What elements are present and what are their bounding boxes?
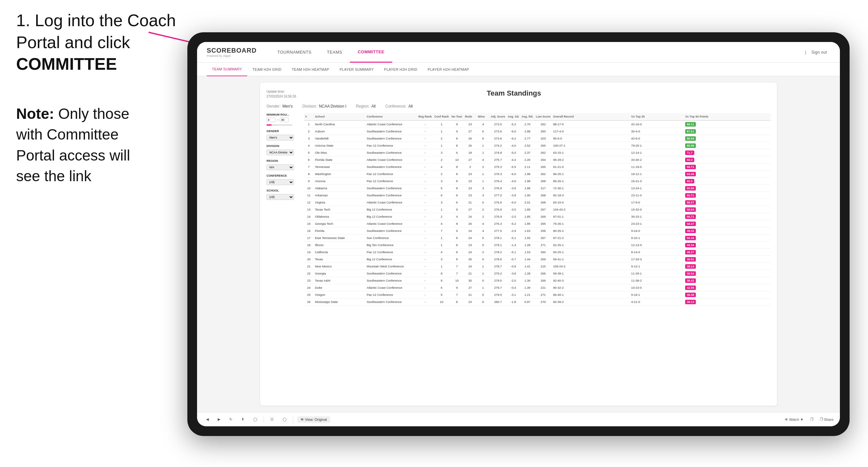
view-original-button[interactable]: 👁 View: Original [297, 416, 330, 423]
instruction-area: 1. Log into the Coach Portal and click C… [16, 10, 204, 82]
toolbar-back[interactable]: ◀ [204, 416, 211, 423]
table-row[interactable]: 13 Texas Tech Big 12 Conference - 1 9 27… [304, 206, 770, 213]
table-row[interactable]: 1 North Carolina Atlantic Coast Conferen… [304, 121, 770, 128]
nav-item-teams[interactable]: TEAMS [319, 42, 350, 63]
share-button[interactable]: ❐ Share [820, 417, 833, 422]
conference-select[interactable]: (All) [267, 179, 294, 185]
table-row[interactable]: 9 Arizona Pac-12 Conference - 3 8 23 1 2… [304, 178, 770, 185]
col-vs-top25: Vs Top 25 [630, 113, 684, 121]
table-row[interactable]: 17 East Tennessee State Sun Conference -… [304, 235, 770, 242]
school-select[interactable]: (All) [267, 194, 294, 200]
table-row[interactable]: 6 Florida State Atlantic Coast Conferenc… [304, 156, 770, 163]
table-row[interactable]: 18 Illinois Big Ten Conference - 1 8 23 … [304, 242, 770, 249]
cell-low-score: 268 [535, 192, 552, 199]
bottom-toolbar: ◀ ▶ ↻ ⬆ ◯ ☷ ◯ 👁 View: Original 👁 Watch ▼… [197, 412, 840, 426]
table-row[interactable]: 21 New Mexico Mountain West Conference -… [304, 263, 770, 270]
table-row[interactable]: 26 Mississippi State Southeastern Confer… [304, 299, 770, 306]
step-number: 1. [16, 11, 30, 30]
points-badge: 38.14 [685, 264, 696, 269]
cell-avg-sg: -3.6 [506, 185, 520, 192]
cell-avg-sg: -6.2 [506, 135, 520, 142]
cell-avg-sg: -5.0 [506, 149, 520, 156]
table-row[interactable]: 2 Auburn Southeastern Conference - 1 9 2… [304, 128, 770, 135]
table-row[interactable]: 23 Texas A&M Southeastern Conference - 9… [304, 277, 770, 284]
sign-out-separator: | [805, 50, 808, 55]
table-row[interactable]: 15 Georgia Tech Atlantic Coast Conferenc… [304, 220, 770, 227]
cell-overall: 86-25-1 [552, 170, 630, 178]
sign-out-link[interactable]: Sign out [808, 42, 830, 63]
cell-reg-rank: - [417, 199, 433, 206]
subnav-team-summary[interactable]: TEAM SUMMARY [207, 63, 247, 76]
cell-rnds: 30 [464, 277, 476, 284]
cell-wins: 2 [476, 213, 489, 220]
subnav-team-h2h-heatmap[interactable]: TEAM H2H HEATMAP [286, 63, 334, 76]
table-row[interactable]: 11 Arkansas Southeastern Conference - 6 … [304, 192, 770, 199]
cell-vs-top25: 18-12-1 [630, 170, 684, 178]
toolbar-expand[interactable]: ❐ [808, 416, 816, 423]
cell-wins: 0 [476, 256, 489, 263]
table-row[interactable]: 22 Georgia Southeastern Conference - 8 7… [304, 270, 770, 277]
toolbar-grid[interactable]: ☷ [268, 416, 276, 423]
table-row[interactable]: 8 Washington Pac-12 Conference - 2 8 23 … [304, 170, 770, 178]
rounds-slider[interactable] [267, 124, 292, 126]
toolbar-bookmark[interactable]: ◯ [251, 416, 260, 423]
cell-avg-rd: 2.88 [520, 128, 535, 135]
cell-avg-rd: 2.77 [520, 135, 535, 142]
toolbar-time[interactable]: ◯ [280, 416, 289, 423]
cell-overall: 117-4-0 [552, 128, 630, 135]
tablet-device: SCOREBOARD Powered by clippd TOURNAMENTS… [187, 32, 849, 436]
table-row[interactable]: 20 Texas Big 12 Conference - 3 8 30 0 27… [304, 256, 770, 263]
col-school: School [314, 113, 365, 121]
cell-rnds: 27 [464, 284, 476, 291]
table-row[interactable]: 19 California Pac-12 Conference - 4 8 24… [304, 249, 770, 256]
division-select[interactable]: NCAA Division I [267, 150, 294, 155]
table-row[interactable]: 4 Arizona State Pac-12 Conference - 1 8 … [304, 142, 770, 149]
min-rounds-min-input[interactable] [267, 118, 276, 122]
cell-vs-top25: 11-38-2 [630, 277, 684, 284]
cell-avg-rd: 0.97 [520, 299, 535, 306]
table-row[interactable]: 24 Duke Atlantic Coast Conference - 5 9 … [304, 284, 770, 291]
cell-rnds: 23 [464, 192, 476, 199]
cell-avg-sg: -6.2 [506, 220, 520, 227]
col-conference: Conference [365, 113, 417, 121]
cell-low-score: 268 [535, 199, 552, 206]
cell-rank: 6 [304, 156, 314, 163]
table-row[interactable]: 14 Oklahoma Big 12 Conference - 2 4 24 2… [304, 213, 770, 220]
table-row[interactable]: 3 Vanderbilt Southeastern Conference - 2… [304, 135, 770, 142]
table-row[interactable]: 7 Tennessee Southeastern Conference - 4 … [304, 163, 770, 170]
share-icon: ❐ [820, 417, 823, 422]
toolbar-share[interactable]: ⬆ [239, 416, 247, 423]
filters-row: Gender: Men's Division: NCAA Division I … [267, 104, 770, 108]
cell-vs-top25: 17-33-3 [630, 256, 684, 263]
cell-overall: 92-40-3 [552, 277, 630, 284]
cell-rank: 7 [304, 163, 314, 170]
toolbar-forward[interactable]: ▶ [215, 416, 223, 423]
cell-wins: 1 [476, 170, 489, 178]
cell-avg-rd: 2.37 [520, 149, 535, 156]
subnav-player-h2h-grid[interactable]: PLAYER H2H GRID [379, 63, 423, 76]
table-row[interactable]: 5 Ole Miss Southeastern Conference - 3 6… [304, 149, 770, 156]
cell-rnds: 18 [464, 149, 476, 156]
watch-button[interactable]: 👁 Watch ▼ [785, 417, 804, 422]
subnav-player-summary[interactable]: PLAYER SUMMARY [334, 63, 379, 76]
table-row[interactable]: 10 Alabama Southeastern Conference - 5 8… [304, 185, 770, 192]
watch-icon: 👁 [785, 417, 788, 422]
region-select[interactable]: N/A [267, 164, 294, 170]
cell-adj-score: 276.3 [489, 220, 506, 227]
gender-select[interactable]: Men's [267, 135, 294, 141]
subnav-player-h2h-heatmap[interactable]: PLAYER H2H HEATMAP [423, 63, 474, 76]
cell-adj-score: 276.9 [489, 206, 506, 213]
table-row[interactable]: 16 Florida Southeastern Conference - 7 9… [304, 227, 770, 235]
nav-item-committee[interactable]: COMMITTEE [350, 42, 392, 63]
col-conf-rank: Conf Rank [433, 113, 450, 121]
table-row[interactable]: 25 Oregon Pac-12 Conference - 5 7 21 0 2… [304, 291, 770, 299]
cell-reg-rank: - [417, 291, 433, 299]
cell-wins: 3 [476, 185, 489, 192]
toolbar-refresh[interactable]: ↻ [227, 416, 235, 423]
min-rounds-max-input[interactable] [280, 118, 289, 122]
subnav-team-h2h-grid[interactable]: TEAM H2H GRID [247, 63, 286, 76]
table-row[interactable]: 12 Virginia Atlantic Coast Conference - … [304, 199, 770, 206]
cell-adj-score: 278.2 [489, 249, 506, 256]
nav-item-tournaments[interactable]: TOURNAMENTS [270, 42, 319, 63]
cell-conf-rank: 2 [433, 213, 450, 220]
